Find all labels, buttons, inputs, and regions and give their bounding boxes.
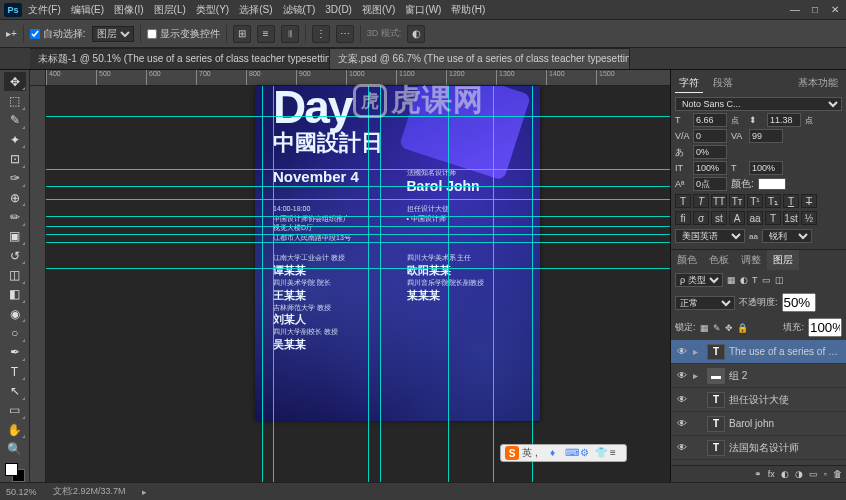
- adjust-tab[interactable]: 调整: [735, 250, 767, 270]
- group-icon[interactable]: ▭: [809, 469, 818, 479]
- adjustment-icon[interactable]: ◑: [795, 469, 803, 479]
- lasso-tool[interactable]: ✎: [4, 111, 26, 130]
- maximize-button[interactable]: □: [808, 4, 822, 16]
- healing-tool[interactable]: ⊕: [4, 188, 26, 207]
- ruler-origin[interactable]: [30, 70, 46, 86]
- 3d-icon[interactable]: ◐: [407, 25, 425, 43]
- guide[interactable]: [448, 86, 449, 482]
- menu-window[interactable]: 窗口(W): [401, 1, 445, 19]
- strike-button[interactable]: T: [801, 194, 817, 208]
- ime-keyboard-icon[interactable]: ⌨: [565, 447, 577, 459]
- swatch-tab[interactable]: 色板: [703, 250, 735, 270]
- menu-image[interactable]: 图像(I): [110, 1, 147, 19]
- para-tab[interactable]: 段落: [709, 74, 737, 93]
- canvas[interactable]: 4005006007008009001000110012001300140015…: [30, 70, 670, 482]
- blur-tool[interactable]: ◉: [4, 304, 26, 323]
- ime-settings-icon[interactable]: ⚙: [580, 447, 592, 459]
- sub-button[interactable]: T₁: [765, 194, 781, 208]
- menu-view[interactable]: 视图(V): [358, 1, 399, 19]
- pen-tool[interactable]: ✒: [4, 343, 26, 362]
- char-tab[interactable]: 字符: [675, 74, 703, 93]
- path-tool[interactable]: ↖: [4, 381, 26, 400]
- layer-row[interactable]: 👁T担任设计大使: [671, 388, 846, 412]
- opacity-input[interactable]: [782, 293, 816, 312]
- align-icon[interactable]: ⊞: [233, 25, 251, 43]
- type-tool[interactable]: T: [4, 362, 26, 381]
- new-layer-icon[interactable]: ▫: [824, 469, 827, 479]
- menu-layer[interactable]: 图层(L): [150, 1, 190, 19]
- layer-row[interactable]: 👁▸TThe use of a series of cla...: [671, 340, 846, 364]
- color-tab[interactable]: 颜色: [671, 250, 703, 270]
- guide[interactable]: [46, 242, 670, 243]
- ime-icon[interactable]: ,: [535, 447, 547, 459]
- font-size-input[interactable]: [693, 113, 727, 127]
- marquee-tool[interactable]: ⬚: [4, 91, 26, 110]
- doc-tab-2[interactable]: 文案.psd @ 66.7% (The use of a series of c…: [330, 48, 630, 69]
- guide[interactable]: [46, 268, 670, 269]
- layer-row[interactable]: 👁T法国知名设计师: [671, 436, 846, 460]
- delete-icon[interactable]: 🗑: [833, 469, 842, 479]
- guide[interactable]: [262, 86, 263, 482]
- shape-tool[interactable]: ▭: [4, 401, 26, 420]
- ime-toolbar[interactable]: S 英 , ♦ ⌨ ⚙ 👕 ≡: [500, 444, 627, 462]
- guide[interactable]: [46, 199, 670, 200]
- guide[interactable]: [493, 86, 494, 482]
- move-tool[interactable]: ✥: [4, 72, 26, 91]
- lock-all-icon[interactable]: 🔒: [737, 323, 748, 333]
- lock-pos-icon[interactable]: ✥: [725, 323, 733, 333]
- font-family-select[interactable]: Noto Sans C...: [675, 97, 842, 111]
- ruler-horizontal[interactable]: 4005006007008009001000110012001300140015…: [46, 70, 670, 86]
- filter-smart-icon[interactable]: ◫: [775, 275, 784, 285]
- close-button[interactable]: ✕: [828, 4, 842, 16]
- auto-select-checkbox[interactable]: 自动选择:: [30, 27, 86, 41]
- align-icon-3[interactable]: ⫴: [281, 25, 299, 43]
- menu-3d[interactable]: 3D(D): [321, 2, 356, 17]
- guide[interactable]: [46, 234, 670, 235]
- bold-button[interactable]: T: [675, 194, 691, 208]
- wand-tool[interactable]: ✦: [4, 130, 26, 149]
- menu-select[interactable]: 选择(S): [235, 1, 276, 19]
- guide[interactable]: [46, 216, 670, 217]
- smallcaps-button[interactable]: Tт: [729, 194, 745, 208]
- eyedropper-tool[interactable]: ✑: [4, 169, 26, 188]
- doc-tab-1[interactable]: 未标题-1 @ 50.1% (The use of a series of cl…: [30, 48, 330, 69]
- visibility-icon[interactable]: 👁: [675, 346, 689, 357]
- text-color-swatch[interactable]: [758, 178, 786, 190]
- guide[interactable]: [273, 86, 274, 482]
- stamp-tool[interactable]: ▣: [4, 227, 26, 246]
- scale-input[interactable]: [693, 145, 727, 159]
- guide[interactable]: [380, 86, 381, 482]
- ime-skin-icon[interactable]: 👕: [595, 447, 607, 459]
- leading-input[interactable]: [767, 113, 801, 127]
- fx-icon[interactable]: fx: [768, 469, 775, 479]
- layer-row[interactable]: 👁TBarol john: [671, 412, 846, 436]
- color-swatch[interactable]: [5, 463, 25, 482]
- vscale-input[interactable]: [693, 161, 727, 175]
- filter-shape-icon[interactable]: ▭: [762, 275, 771, 285]
- align-icon-2[interactable]: ≡: [257, 25, 275, 43]
- eraser-tool[interactable]: ◫: [4, 265, 26, 284]
- aa-select[interactable]: 锐利: [762, 229, 812, 243]
- filter-adjust-icon[interactable]: ◐: [740, 275, 748, 285]
- brush-tool[interactable]: ✏: [4, 207, 26, 226]
- mask-icon[interactable]: ◐: [781, 469, 789, 479]
- visibility-icon[interactable]: 👁: [675, 442, 689, 453]
- fill-input[interactable]: [808, 318, 842, 337]
- menu-help[interactable]: 帮助(H): [447, 1, 489, 19]
- lock-trans-icon[interactable]: ▦: [700, 323, 709, 333]
- super-button[interactable]: T¹: [747, 194, 763, 208]
- visibility-icon[interactable]: 👁: [675, 394, 689, 405]
- ime-mic-icon[interactable]: ♦: [550, 447, 562, 459]
- menu-type[interactable]: 类型(Y): [192, 1, 233, 19]
- minimize-button[interactable]: —: [788, 4, 802, 16]
- ruler-vertical[interactable]: [30, 86, 46, 482]
- layer-tree[interactable]: 👁▸TThe use of a series of cla... 👁▸▬组 2 …: [671, 340, 846, 465]
- opentype-button[interactable]: fi: [675, 211, 691, 225]
- poster-artwork[interactable]: Day 中國設計日 November 4 法國知名设计师 Barol John: [255, 86, 540, 421]
- layers-tab[interactable]: 图层: [767, 250, 799, 270]
- menu-file[interactable]: 文件(F): [24, 1, 65, 19]
- guide[interactable]: [46, 169, 670, 170]
- filter-kind[interactable]: ρ 类型: [675, 273, 723, 287]
- caps-button[interactable]: TT: [711, 194, 727, 208]
- menu-filter[interactable]: 滤镜(T): [279, 1, 320, 19]
